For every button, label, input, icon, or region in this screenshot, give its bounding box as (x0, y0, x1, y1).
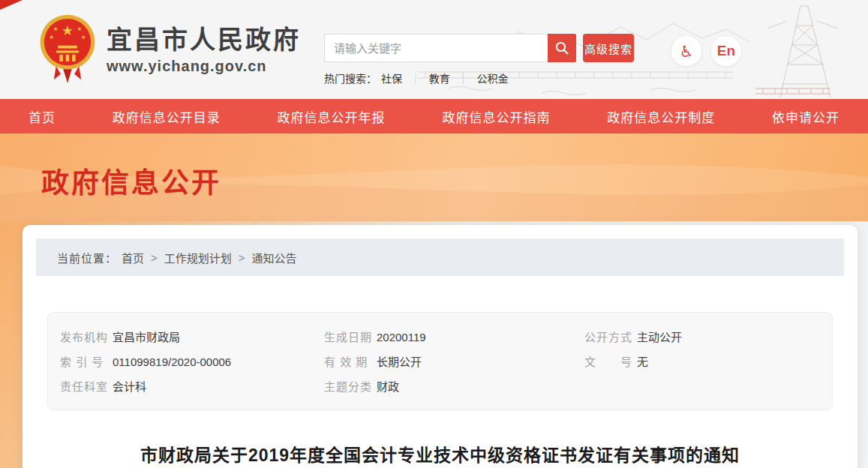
hot-search-item-gongjijin[interactable]: 公积金 (476, 73, 508, 85)
english-button[interactable]: En (711, 36, 741, 66)
svg-text:★: ★ (81, 34, 86, 40)
nav-item-guide[interactable]: 政府信息公开指南 (442, 107, 550, 126)
advanced-search-button[interactable]: 高级搜索 (583, 34, 634, 62)
svg-text:★: ★ (49, 34, 54, 40)
wheelchair-icon: ♿ (680, 44, 694, 59)
search-icon (554, 40, 569, 56)
hot-search-separator: ｜ (458, 73, 469, 85)
meta-validity: 有 效 期长期公开 (324, 355, 584, 370)
site-name: 宜昌市人民政府 (107, 25, 301, 55)
hot-search-separator: ｜ (410, 73, 421, 85)
hot-search-item-jiaoyu[interactable]: 教育 (429, 73, 450, 85)
svg-text:★: ★ (77, 26, 83, 32)
nav-item-apply-disclosure[interactable]: 依申请公开 (772, 107, 839, 126)
banner-title: 政府信息公开 (0, 134, 868, 201)
meta-date-created: 生成日期20200119 (324, 330, 584, 345)
site-header: ★ ★ ★ ★ ★ 宜昌市人民政府 www.yichang.gov.cn (0, 0, 868, 99)
document-title: 市财政局关于2019年度全国会计专业技术中级资格证书发证有关事项的通知 (36, 441, 844, 466)
search-input[interactable] (324, 34, 548, 62)
hot-search-label: 热门搜索： (324, 73, 377, 85)
site-logo[interactable]: ★ ★ ★ ★ ★ 宜昌市人民政府 www.yichang.gov.cn (39, 14, 301, 86)
meta-responsible-office: 责任科室会计科 (60, 380, 324, 394)
nav-item-rules[interactable]: 政府信息公开制度 (607, 107, 715, 126)
breadcrumb-work-plans[interactable]: 工作规划计划 (164, 250, 232, 266)
hot-search-item-shebao[interactable]: 社保 (381, 73, 402, 85)
content-card: 当前位置： 首页 > 工作规划计划 > 通知公告 发布机构宜昌市财政局 生成日期… (23, 225, 857, 468)
meta-publisher: 发布机构宜昌市财政局 (60, 330, 324, 345)
meta-index-number: 索 引 号011099819/2020-00006 (60, 355, 324, 370)
accessibility-button[interactable]: ♿ (671, 36, 701, 66)
site-title-block: 宜昌市人民政府 www.yichang.gov.cn (107, 25, 301, 75)
svg-text:★: ★ (62, 22, 74, 38)
meta-topic-category: 主题分类财政 (324, 380, 584, 394)
breadcrumb-home[interactable]: 首页 (122, 250, 144, 266)
site-url: www.yichang.gov.cn (107, 58, 301, 75)
document-meta-box: 发布机构宜昌市财政局 生成日期20200119 公开方式主动公开 索 引 号01… (47, 312, 833, 410)
breadcrumb-notices[interactable]: 通知公告 (252, 250, 297, 266)
breadcrumb-separator: > (239, 251, 245, 264)
nav-item-annual-report[interactable]: 政府信息公开年报 (278, 107, 386, 126)
national-emblem-icon: ★ ★ ★ ★ ★ (39, 14, 96, 86)
hot-search: 热门搜索： 社保 ｜ 教育 ｜ 公积金 (324, 70, 634, 86)
page-root: ★ ★ ★ ★ ★ 宜昌市人民政府 www.yichang.gov.cn (0, 0, 868, 468)
breadcrumb: 当前位置： 首页 > 工作规划计划 > 通知公告 (36, 238, 844, 276)
meta-empty-cell (584, 380, 820, 394)
search-area: 高级搜索 热门搜索： 社保 ｜ 教育 ｜ 公积金 (324, 34, 634, 86)
search-button[interactable] (548, 34, 576, 62)
section-banner: 政府信息公开 (0, 134, 868, 221)
breadcrumb-separator: > (151, 251, 158, 264)
main-nav: 首页 政府信息公开目录 政府信息公开年报 政府信息公开指南 政府信息公开制度 依… (0, 99, 868, 134)
meta-doc-number: 文 号无 (584, 355, 820, 370)
content-background: 当前位置： 首页 > 工作规划计划 > 通知公告 发布机构宜昌市财政局 生成日期… (0, 221, 868, 468)
nav-item-info-directory[interactable]: 政府信息公开目录 (113, 107, 221, 126)
corner-ribbon (0, 0, 23, 10)
svg-text:★: ★ (53, 26, 59, 32)
meta-disclosure-method: 公开方式主动公开 (584, 330, 820, 345)
breadcrumb-label: 当前位置： (57, 250, 117, 266)
nav-item-home[interactable]: 首页 (29, 107, 56, 126)
en-label: En (717, 43, 735, 59)
